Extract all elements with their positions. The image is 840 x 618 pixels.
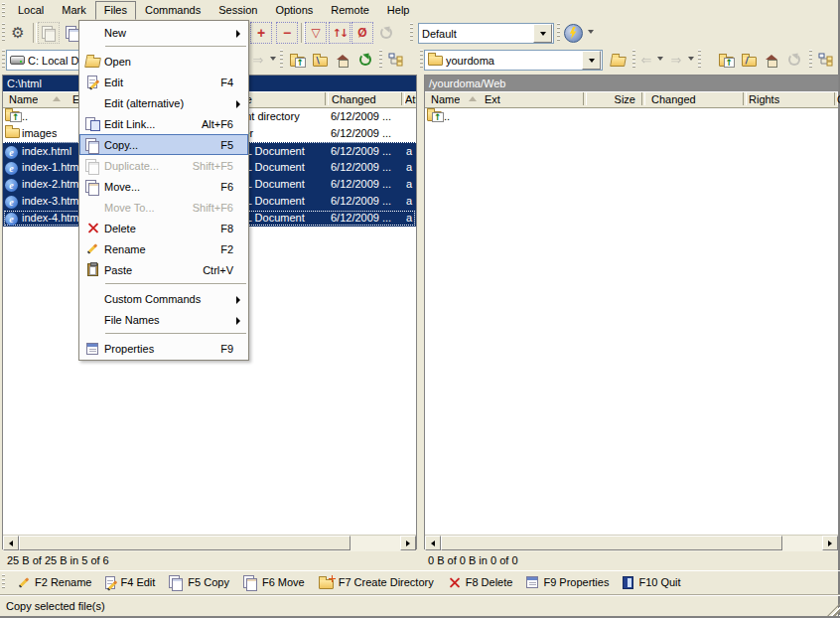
remote-directory-tree-button[interactable]	[814, 49, 836, 71]
menu-options[interactable]: Options	[266, 1, 322, 20]
menu-item-copy[interactable]: Copy... F5	[79, 134, 248, 155]
add-selection-button[interactable]: +	[250, 22, 272, 44]
toolbar-gripper[interactable]	[420, 50, 423, 70]
toolbar-gripper[interactable]	[2, 574, 5, 590]
toolbar-gripper[interactable]	[379, 50, 382, 70]
column-header-name[interactable]: Name	[431, 92, 460, 106]
local-refresh-button[interactable]	[354, 49, 376, 71]
menu-item-open[interactable]: Open	[79, 51, 248, 72]
toolbar-gripper[interactable]	[698, 50, 701, 70]
f4-edit-button[interactable]: F4 Edit	[98, 572, 162, 592]
local-forward-button[interactable]: ⇒	[248, 49, 268, 71]
local-home-directory-button[interactable]	[332, 49, 353, 71]
menu-item-delete[interactable]: Delete F8	[79, 218, 248, 238]
transfer-preset-combo[interactable]: Default	[418, 23, 554, 44]
menu-item-paste[interactable]: Paste Ctrl+V	[79, 259, 248, 280]
menu-item-properties[interactable]: Properties F9	[79, 338, 248, 359]
menu-item-custom-commands[interactable]: Custom Commands	[79, 288, 248, 309]
transfer-settings-dropdown-arrow[interactable]	[588, 30, 594, 34]
remote-home-directory-button[interactable]	[761, 49, 782, 71]
delete-x-icon	[448, 576, 461, 589]
menu-item-new[interactable]: New	[79, 22, 248, 43]
scroll-right-button[interactable]	[400, 536, 416, 550]
menu-item-edit[interactable]: Edit F4	[79, 72, 248, 92]
select-mask-button[interactable]: ▽	[305, 22, 327, 44]
local-horizontal-scrollbar[interactable]	[3, 535, 416, 551]
scroll-left-button[interactable]	[425, 536, 441, 550]
menu-session[interactable]: Session	[210, 1, 266, 20]
menu-local[interactable]: Local	[9, 1, 53, 20]
scrollbar-thumb[interactable]	[441, 536, 782, 550]
folder-icon	[428, 56, 443, 66]
column-header-changed[interactable]: Changed	[332, 92, 376, 106]
toolbar-gripper[interactable]	[557, 23, 560, 43]
remote-path-bar[interactable]: /yourdoma/Web	[425, 76, 838, 91]
f7-create-directory-button[interactable]: F7 Create Directory	[312, 572, 441, 592]
remote-parent-directory-button[interactable]	[715, 49, 737, 71]
combo-dropdown-button[interactable]	[533, 24, 552, 43]
menu-mark[interactable]: Mark	[53, 1, 94, 20]
column-header-changed[interactable]: Changed	[651, 92, 696, 106]
f10-quit-button[interactable]: F10 Quit	[616, 572, 687, 592]
preferences-button[interactable]: ⚙	[7, 22, 29, 44]
menu-files[interactable]: Files	[95, 1, 136, 20]
menu-help[interactable]: Help	[378, 1, 419, 20]
toolbar-gripper[interactable]	[280, 50, 283, 70]
column-divider[interactable]	[641, 92, 645, 105]
f2-rename-button[interactable]: F2 Rename	[11, 572, 98, 592]
invert-selection-button[interactable]: ↑↓	[329, 22, 350, 44]
column-header-name[interactable]: Name	[9, 92, 38, 106]
scroll-left-button[interactable]	[3, 536, 19, 550]
remote-forward-dropdown-arrow[interactable]	[688, 57, 694, 61]
column-header-rights[interactable]: Rights	[749, 92, 779, 106]
remote-forward-button[interactable]: ⇒	[666, 49, 686, 71]
f8-delete-button[interactable]: F8 Delete	[441, 572, 520, 592]
column-divider[interactable]	[325, 92, 329, 105]
parent-folder-icon	[5, 111, 20, 121]
combo-dropdown-button[interactable]	[582, 51, 601, 70]
menu-commands[interactable]: Commands	[136, 1, 210, 20]
local-directory-tree-button[interactable]	[384, 49, 406, 71]
toolbar-gripper[interactable]	[632, 50, 635, 70]
remote-open-directory-button[interactable]	[607, 49, 629, 71]
menu-remote[interactable]: Remote	[322, 1, 378, 20]
remote-back-button[interactable]: ⇐	[636, 49, 656, 71]
local-parent-directory-button[interactable]	[286, 49, 308, 71]
menu-item-edit-alternative[interactable]: Edit (alternative)	[79, 92, 248, 113]
toolbar-gripper[interactable]	[2, 50, 5, 70]
remote-horizontal-scrollbar[interactable]	[425, 535, 838, 551]
column-divider[interactable]	[743, 92, 747, 105]
menu-item-move[interactable]: Move... F6	[79, 176, 248, 197]
toolbar-gripper[interactable]	[410, 23, 413, 43]
remote-directory-combo[interactable]: yourdoma	[424, 50, 603, 71]
remote-back-dropdown-arrow[interactable]	[657, 57, 663, 61]
clear-selection-button[interactable]: Ø	[351, 22, 373, 44]
resize-grip[interactable]	[827, 603, 840, 616]
toolbar-gripper[interactable]	[2, 23, 5, 43]
menu-item-file-names[interactable]: File Names	[79, 309, 248, 330]
menu-item-move-to[interactable]: Move To... Shift+F6	[79, 197, 248, 218]
remove-selection-button[interactable]: −	[276, 22, 298, 44]
scrollbar-thumb[interactable]	[19, 536, 350, 550]
file-row-parent[interactable]: ..	[425, 108, 838, 125]
remote-refresh-button[interactable]	[783, 49, 805, 71]
synchronize-button[interactable]	[38, 22, 60, 44]
restore-selection-button[interactable]	[375, 22, 397, 44]
f6-move-button[interactable]: F6 Move	[236, 572, 312, 592]
menu-item-rename[interactable]: Rename F2	[79, 238, 248, 259]
local-forward-dropdown-arrow[interactable]	[270, 57, 276, 61]
column-header-attr[interactable]: Attr	[405, 92, 416, 106]
menubar-gripper[interactable]	[2, 3, 5, 17]
menu-item-duplicate[interactable]: Duplicate... Shift+F5	[79, 155, 248, 176]
column-header-size[interactable]: Size	[586, 92, 635, 106]
lightning-globe-icon	[564, 24, 583, 43]
toolbar-gripper[interactable]	[809, 50, 812, 70]
f9-properties-button[interactable]: F9 Properties	[519, 572, 616, 592]
column-header-ext[interactable]: Ext	[485, 92, 500, 106]
menu-item-edit-link[interactable]: Edit Link... Alt+F6	[79, 113, 248, 134]
transfer-settings-button[interactable]	[561, 22, 585, 44]
scroll-right-button[interactable]	[822, 536, 838, 550]
f5-copy-button[interactable]: F5 Copy	[162, 572, 236, 592]
remote-root-directory-button[interactable]	[738, 49, 760, 71]
local-root-directory-button[interactable]	[309, 49, 331, 71]
